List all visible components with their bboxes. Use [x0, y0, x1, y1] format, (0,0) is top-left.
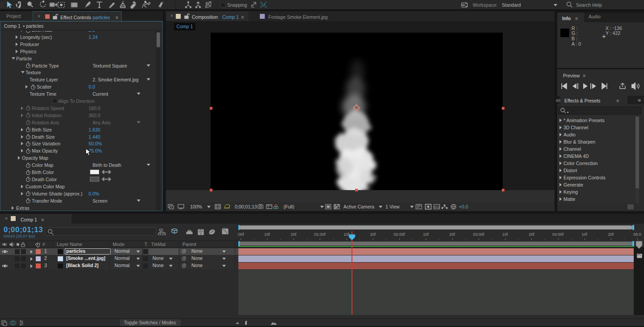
svg-text:#: # [42, 242, 45, 247]
